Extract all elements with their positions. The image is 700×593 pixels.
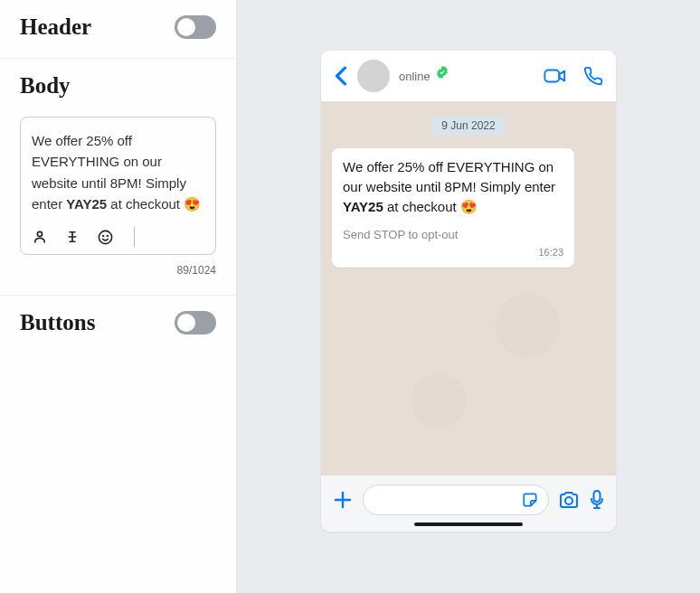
buttons-section: Buttons — [0, 296, 236, 353]
verified-icon — [435, 65, 449, 80]
mic-icon[interactable] — [589, 489, 605, 511]
bubble-prefix: We offer 25% off EVERYTHING on our websi… — [343, 159, 555, 194]
body-textarea[interactable]: We offer 25% off EVERYTHING on our websi… — [20, 117, 216, 255]
bubble-suffix: at checkout 😍 — [383, 199, 478, 214]
body-message-suffix: at checkout 😍 — [107, 196, 201, 212]
phone-preview: online 9 Jun 2022 We offer 25% off EVERY… — [321, 51, 616, 532]
date-pill: 9 Jun 2022 — [430, 116, 506, 136]
status-text: online — [399, 70, 430, 83]
message-time: 16:23 — [343, 246, 563, 260]
body-message: We offer 25% off EVERYTHING on our websi… — [32, 130, 204, 214]
attach-icon[interactable] — [332, 489, 354, 511]
status-wrap: online — [399, 69, 534, 83]
chat-body: 9 Jun 2022 We offer 25% off EVERYTHING o… — [321, 101, 616, 475]
body-message-bold: YAY25 — [66, 196, 107, 212]
message-input[interactable] — [363, 485, 549, 515]
avatar[interactable] — [357, 60, 390, 92]
body-title: Body — [20, 73, 71, 99]
camera-icon[interactable] — [558, 490, 580, 510]
svg-point-1 — [99, 231, 111, 243]
header-toggle[interactable] — [175, 15, 216, 39]
personalize-icon[interactable] — [32, 229, 48, 245]
sticker-icon[interactable] — [521, 491, 539, 509]
preview-area: online 9 Jun 2022 We offer 25% off EVERY… — [237, 0, 700, 593]
bubble-bold: YAY25 — [343, 199, 383, 214]
svg-rect-4 — [544, 71, 559, 82]
header-section: Header — [0, 0, 236, 59]
emoji-icon[interactable] — [97, 229, 114, 246]
chat-input-bar — [321, 475, 616, 532]
video-call-icon[interactable] — [544, 67, 567, 85]
home-indicator — [414, 522, 523, 526]
buttons-toggle[interactable] — [175, 311, 216, 334]
toolbar-divider — [134, 227, 135, 247]
phone-call-icon[interactable] — [583, 66, 603, 86]
svg-point-7 — [565, 497, 572, 504]
message-bubble: We offer 25% off EVERYTHING on our websi… — [332, 148, 574, 268]
body-toolbar — [32, 227, 204, 247]
char-counter: 89/1024 — [20, 264, 216, 277]
strikethrough-icon[interactable] — [64, 229, 80, 245]
svg-point-3 — [107, 235, 108, 236]
back-icon[interactable] — [334, 66, 348, 86]
svg-point-0 — [37, 231, 42, 236]
svg-rect-8 — [594, 491, 601, 502]
header-title: Header — [20, 14, 91, 40]
body-section: Body We offer 25% off EVERYTHING on our … — [0, 59, 236, 296]
buttons-title: Buttons — [20, 310, 95, 335]
editor-panel: Header Body We offer 25% off EVERYTHING … — [0, 0, 237, 593]
svg-point-2 — [103, 235, 104, 236]
optout-text: Send STOP to opt-out — [343, 227, 563, 244]
chat-header: online — [321, 51, 616, 101]
